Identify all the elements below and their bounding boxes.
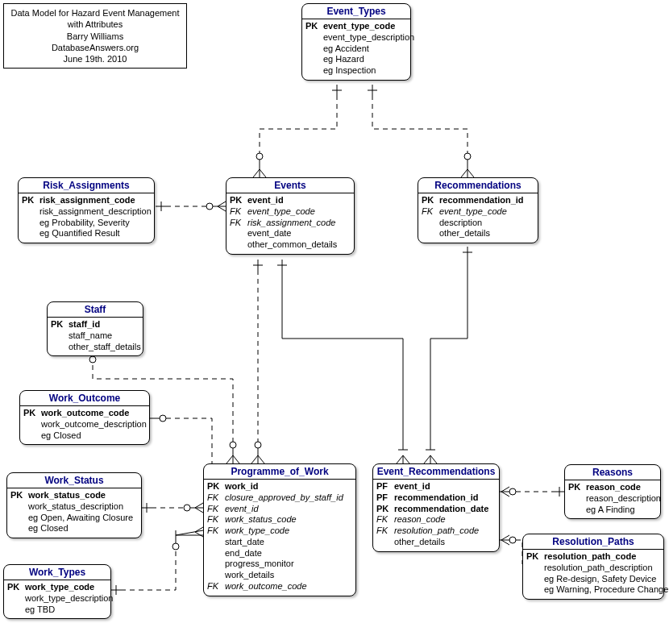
entity-events: Events PKevent_idFKevent_type_codeFKrisk… bbox=[226, 177, 355, 255]
attribute-name: eg Open, Awaiting Closure bbox=[28, 513, 133, 524]
attribute-row: PFrecommendation_id bbox=[375, 492, 497, 504]
attribute-row: other_staff_details bbox=[49, 342, 141, 353]
entity-body: PKreason_codereason_descriptioneg A Find… bbox=[565, 480, 660, 518]
attribute-name: work_type_code bbox=[25, 582, 94, 593]
attribute-row: PFevent_id bbox=[375, 481, 497, 492]
attribute-name: event_id bbox=[394, 481, 430, 492]
attribute-row: eg Open, Awaiting Closure bbox=[9, 513, 139, 524]
entity-programme-of-work: Programme_of_Work PKwork_idFKclosure_app… bbox=[203, 463, 356, 596]
attribute-name: other_details bbox=[394, 537, 445, 548]
attribute-row: eg Warning, Procedure Change bbox=[525, 584, 662, 596]
attribute-row: eg TBD bbox=[6, 605, 109, 616]
svg-point-49 bbox=[230, 442, 236, 448]
attribute-name: eg Warning, Procedure Change bbox=[544, 584, 668, 596]
key-label: PF bbox=[376, 492, 394, 504]
entity-work-outcome: Work_Outcome PKwork_outcome_codework_out… bbox=[19, 390, 150, 445]
attribute-row: FKevent_type_code bbox=[228, 206, 352, 218]
key-label: FK bbox=[207, 514, 225, 526]
attribute-name: work_type_code bbox=[225, 526, 289, 537]
attribute-name: work_details bbox=[225, 570, 274, 581]
attribute-row: work_outcome_description bbox=[22, 419, 148, 430]
attribute-name: reason_description bbox=[586, 493, 661, 505]
attribute-name: event_id bbox=[225, 504, 259, 515]
attribute-row: end_date bbox=[206, 548, 354, 559]
attribute-name: event_id bbox=[247, 195, 284, 206]
attribute-row: eg Closed bbox=[9, 523, 139, 534]
attribute-name: risk_assignment_code bbox=[39, 195, 135, 206]
entity-title: Programme_of_Work bbox=[204, 464, 355, 480]
key-label: FK bbox=[422, 206, 439, 218]
key-label: PK bbox=[22, 195, 39, 206]
attribute-row: reason_description bbox=[567, 493, 659, 505]
key-label: FK bbox=[207, 492, 225, 504]
entity-body: PFevent_idPFrecommendation_idPKrecommend… bbox=[373, 480, 499, 551]
entity-staff: Staff PKstaff_idstaff_nameother_staff_de… bbox=[47, 301, 143, 356]
entity-event-recommendations: Event_Recommendations PFevent_idPFrecomm… bbox=[372, 463, 500, 552]
attribute-name: recommendation_date bbox=[394, 504, 488, 515]
svg-line-16 bbox=[218, 202, 226, 206]
key-label: PK bbox=[305, 21, 323, 32]
attribute-row: description bbox=[420, 218, 536, 229]
svg-point-48 bbox=[89, 356, 96, 363]
meta-line1: Data Model for Hazard Event Management bbox=[10, 7, 180, 19]
entity-body: PKrecommendation_idFKevent_type_codedesc… bbox=[418, 193, 538, 243]
attribute-row: other_details bbox=[375, 537, 497, 548]
attribute-name: reason_code bbox=[586, 482, 641, 493]
svg-line-23 bbox=[258, 455, 264, 463]
attribute-name: resolution_path_code bbox=[544, 551, 636, 563]
entity-body: PKrisk_assignment_coderisk_assignment_de… bbox=[19, 193, 154, 243]
entity-title: Work_Status bbox=[7, 473, 141, 488]
attribute-name: event_type_description bbox=[323, 32, 414, 44]
key-label: PK bbox=[51, 319, 69, 330]
key-label: FK bbox=[207, 581, 225, 592]
attribute-name: other_details bbox=[439, 228, 490, 239]
attribute-row: PKevent_id bbox=[228, 195, 352, 206]
attribute-row: eg Probability, Severity bbox=[20, 218, 152, 229]
attribute-name: other_staff_details bbox=[69, 342, 141, 353]
key-label: FK bbox=[376, 526, 394, 537]
attribute-name: staff_id bbox=[69, 319, 100, 330]
meta-line5: June 19th. 2010 bbox=[10, 53, 180, 64]
attribute-name: risk_assignment_code bbox=[247, 218, 335, 229]
svg-point-39 bbox=[509, 488, 516, 495]
svg-line-64 bbox=[195, 508, 203, 513]
meta-line4: DatabaseAnswers.org bbox=[10, 42, 180, 53]
attribute-name: work_outcome_code bbox=[225, 581, 307, 592]
attribute-row: FKwork_status_code bbox=[206, 514, 354, 526]
svg-line-34 bbox=[430, 455, 437, 463]
attribute-name: closure_approved_by_staff_id bbox=[225, 492, 343, 504]
key-label: PK bbox=[568, 482, 586, 493]
entity-resolution-paths: Resolution_Paths PKresolution_path_coder… bbox=[522, 534, 664, 600]
attribute-name: work_type_description bbox=[25, 593, 113, 605]
attribute-name: work_id bbox=[225, 481, 259, 492]
svg-line-69 bbox=[176, 530, 203, 535]
entity-body: PKresolution_path_coderesolution_path_de… bbox=[523, 550, 663, 599]
svg-point-45 bbox=[509, 537, 516, 543]
attribute-name: resolution_path_code bbox=[394, 526, 479, 537]
svg-point-14 bbox=[206, 203, 213, 210]
svg-point-8 bbox=[464, 153, 471, 160]
attribute-row: FKresolution_path_code bbox=[375, 526, 497, 537]
attribute-name: description bbox=[439, 218, 482, 229]
attribute-row: eg Quantified Result bbox=[20, 228, 152, 239]
attribute-name: risk_assignment_description bbox=[39, 206, 152, 218]
svg-line-11 bbox=[467, 169, 474, 177]
svg-line-43 bbox=[501, 540, 509, 545]
entity-title: Staff bbox=[48, 302, 143, 318]
attribute-row: event_type_description bbox=[304, 32, 409, 44]
attribute-row: staff_name bbox=[49, 330, 141, 342]
attribute-name: event_date bbox=[247, 228, 291, 239]
attribute-row: PKrecommendation_id bbox=[420, 195, 536, 206]
attribute-name: recommendation_id bbox=[394, 492, 479, 504]
meta-line2: with Attributes bbox=[10, 19, 180, 30]
attribute-row: FKreason_code bbox=[375, 514, 497, 526]
entity-body: PKstaff_idstaff_nameother_staff_details bbox=[48, 318, 143, 355]
attribute-row: risk_assignment_description bbox=[20, 206, 152, 218]
key-label: FK bbox=[230, 218, 247, 229]
attribute-row: FKclosure_approved_by_staff_id bbox=[206, 492, 354, 504]
entity-recommendations: Recommendations PKrecommendation_idFKeve… bbox=[418, 177, 538, 243]
key-label: FK bbox=[207, 526, 225, 537]
svg-line-36 bbox=[501, 487, 509, 492]
svg-line-71 bbox=[195, 527, 203, 532]
entity-title: Event_Recommendations bbox=[373, 464, 499, 480]
